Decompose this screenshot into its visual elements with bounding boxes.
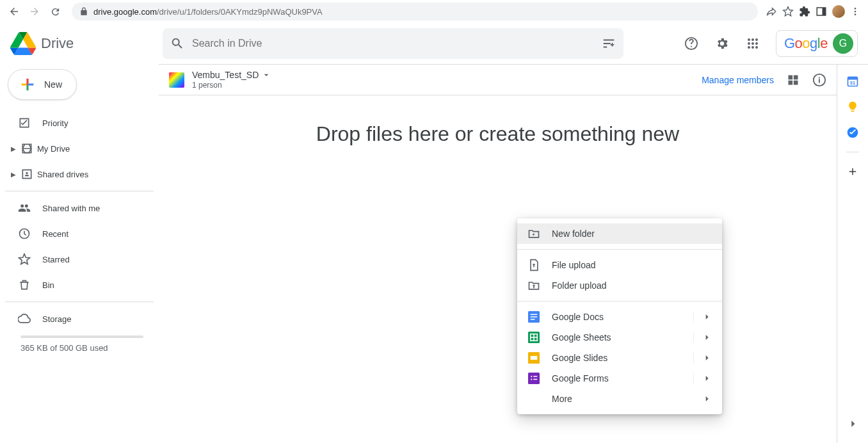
dropdown-icon[interactable] (261, 70, 271, 80)
menu-folder-upload[interactable]: Folder upload (517, 275, 722, 296)
svg-point-5 (748, 38, 750, 41)
breadcrumb-subtitle: 1 person (192, 81, 271, 90)
search-icon (170, 36, 184, 51)
svg-point-7 (755, 38, 758, 41)
svg-rect-24 (531, 319, 535, 320)
menu-more[interactable]: More (517, 389, 722, 409)
sheets-icon (527, 331, 540, 344)
chevron-right-icon (702, 312, 712, 322)
svg-point-14 (26, 172, 28, 174)
svg-point-8 (748, 42, 750, 45)
new-context-menu: New folder File upload Folder upload Goo… (517, 218, 722, 414)
share-icon[interactable] (766, 6, 777, 17)
browser-menu-icon[interactable] (850, 6, 860, 17)
svg-point-2 (855, 8, 856, 10)
address-bar[interactable]: drive.google.com/drive/u/1/folders/0AKYm… (72, 3, 758, 20)
storage-bar (20, 335, 143, 338)
chevron-right-icon (702, 353, 712, 363)
svg-text:31: 31 (850, 80, 855, 86)
menu-google-slides[interactable]: Google Slides (517, 348, 722, 368)
new-button-label: New (44, 79, 62, 90)
nav-priority[interactable]: Priority (5, 110, 159, 136)
expand-icon[interactable]: ▶ (10, 171, 17, 178)
nav-shared-with-me[interactable]: Shared with me (5, 195, 159, 221)
nav-recent[interactable]: Recent (5, 221, 159, 246)
nav-bin[interactable]: Bin (5, 272, 159, 298)
chevron-right-icon (702, 373, 712, 383)
menu-google-sheets[interactable]: Google Sheets (517, 327, 722, 348)
new-folder-icon (527, 227, 540, 240)
drive-logo-icon (10, 31, 36, 56)
collapse-panel-icon[interactable] (846, 417, 859, 430)
calendar-addon[interactable]: 31 (846, 75, 859, 88)
lock-icon (79, 7, 88, 16)
account-switcher[interactable]: Google G (776, 30, 858, 57)
breadcrumb-row: Vembu_Test_SD 1 person Manage members (159, 65, 837, 95)
file-upload-icon (527, 259, 540, 271)
manage-members-link[interactable]: Manage members (702, 75, 774, 85)
side-panel: 31 (837, 65, 868, 443)
app-name: Drive (41, 35, 74, 52)
svg-rect-22 (531, 314, 538, 316)
apps-button[interactable] (740, 31, 766, 56)
reload-button[interactable] (46, 3, 64, 20)
tasks-addon[interactable] (846, 126, 859, 139)
settings-button[interactable] (709, 31, 735, 56)
chevron-right-icon (702, 394, 712, 404)
search-options-icon[interactable] (602, 36, 616, 51)
svg-rect-31 (528, 373, 540, 384)
svg-point-12 (751, 46, 754, 49)
plus-icon (19, 76, 36, 93)
svg-rect-33 (533, 376, 537, 377)
svg-rect-18 (848, 77, 858, 79)
shared-drive-icon (169, 72, 184, 88)
breadcrumb-title[interactable]: Vembu_Test_SD (192, 70, 259, 81)
nav-storage[interactable]: Storage (5, 306, 159, 332)
support-button[interactable] (679, 31, 704, 56)
back-button[interactable] (5, 3, 23, 20)
profile-avatar[interactable] (832, 5, 845, 18)
app-header: Drive Google G (0, 23, 868, 64)
search-input[interactable] (192, 38, 594, 49)
svg-point-32 (531, 376, 532, 377)
menu-file-upload[interactable]: File upload (517, 255, 722, 275)
svg-rect-1 (823, 8, 826, 15)
svg-point-13 (755, 46, 758, 49)
grid-view-icon[interactable] (787, 74, 800, 86)
svg-point-3 (855, 11, 856, 13)
extensions-icon[interactable] (799, 6, 810, 17)
url-text: drive.google.com/drive/u/1/folders/0AKYm… (93, 7, 323, 17)
bookmark-star-icon[interactable] (782, 6, 794, 17)
google-logo-text: Google (784, 35, 828, 52)
keep-addon[interactable] (846, 101, 859, 113)
menu-new-folder[interactable]: New folder (517, 223, 722, 244)
svg-rect-35 (533, 379, 537, 380)
side-panel-icon[interactable] (816, 6, 827, 17)
browser-toolbar: drive.google.com/drive/u/1/folders/0AKYm… (0, 0, 868, 23)
docs-icon (527, 310, 540, 323)
menu-google-docs[interactable]: Google Docs (517, 307, 722, 327)
forward-button[interactable] (26, 3, 44, 20)
svg-point-34 (531, 378, 532, 380)
details-icon[interactable] (812, 73, 826, 87)
svg-point-9 (751, 42, 754, 45)
svg-rect-30 (531, 356, 538, 360)
empty-state-message: Drop files here or create something new (159, 122, 837, 146)
get-addons[interactable] (846, 165, 859, 178)
svg-rect-23 (531, 316, 538, 318)
svg-point-6 (751, 38, 754, 41)
search-bar[interactable] (163, 28, 623, 59)
logo[interactable]: Drive (10, 31, 163, 56)
storage-text: 365 KB of 500 GB used (5, 343, 159, 353)
svg-point-10 (755, 42, 758, 45)
account-badge: G (833, 33, 853, 54)
folder-upload-icon (527, 279, 540, 292)
forms-icon (527, 372, 540, 385)
nav-my-drive[interactable]: ▶My Drive (5, 136, 159, 161)
new-button[interactable]: New (8, 69, 77, 100)
nav-starred[interactable]: Starred (5, 246, 159, 272)
expand-icon[interactable]: ▶ (10, 145, 17, 152)
svg-point-4 (855, 13, 856, 15)
nav-shared-drives[interactable]: ▶Shared drives (5, 161, 159, 187)
menu-google-forms[interactable]: Google Forms (517, 368, 722, 389)
